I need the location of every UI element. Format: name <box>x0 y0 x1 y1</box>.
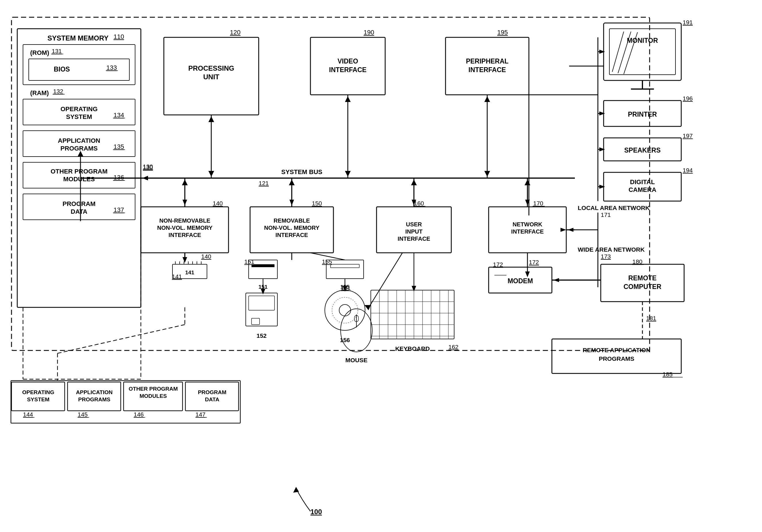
nrm-label3: INTERFACE <box>169 232 201 238</box>
vi-ref: 190 <box>364 29 374 36</box>
svg-rect-63 <box>249 296 274 310</box>
digicam-label2: CAMERA <box>629 186 656 193</box>
monitor-label: MONITOR <box>627 37 658 44</box>
svg-point-70 <box>325 290 365 330</box>
bap-label2: PROGRAMS <box>78 396 111 402</box>
bap-ref: 145 <box>78 411 88 418</box>
other-label: OTHER PROGRAM <box>50 168 108 175</box>
kb-ref: 162 <box>448 344 458 350</box>
pi-label: PERIPHERAL <box>466 57 508 65</box>
svg-rect-37 <box>609 29 675 75</box>
bos-label2: SYSTEM <box>27 396 49 402</box>
rap-ref: 185 <box>662 371 673 377</box>
svg-marker-24 <box>345 171 351 177</box>
prog-data-label2: DATA <box>71 208 87 215</box>
svg-marker-95 <box>364 305 371 310</box>
prog-data-ref: 137 <box>114 206 124 214</box>
speakers-ref: 197 <box>683 132 693 139</box>
ni-label2: INTERFACE <box>511 229 544 235</box>
rom-label: (ROM) <box>30 49 49 56</box>
svg-point-71 <box>339 304 351 316</box>
os-ref: 134 <box>114 111 124 119</box>
ni-label: NETWORK <box>512 221 542 228</box>
hdd-label-ref: 141 <box>172 273 182 280</box>
bpd-label2: DATA <box>205 396 219 402</box>
os-label: OPERATING <box>60 105 98 113</box>
svg-marker-66 <box>261 289 265 295</box>
system-memory-ref: 110 <box>114 33 124 40</box>
svg-marker-103 <box>599 111 605 115</box>
other-ref: 136 <box>114 174 124 181</box>
svg-marker-90 <box>412 286 416 292</box>
svg-marker-101 <box>599 50 605 54</box>
rm-label2: NON-VOL. MEMORY <box>264 225 320 231</box>
pi-ref: 195 <box>497 29 508 36</box>
printer-label: PRINTER <box>628 110 657 118</box>
svg-marker-23 <box>345 96 351 102</box>
cd-conn-ref: 155 <box>322 258 332 265</box>
vi-label2: INTERFACE <box>329 66 366 74</box>
speakers-label: SPEAKERS <box>624 147 661 154</box>
svg-point-72 <box>332 297 358 323</box>
monitor-ref: 191 <box>683 19 693 26</box>
rap-label2: PROGRAMS <box>599 355 634 362</box>
ui-label3: INTERFACE <box>398 235 430 242</box>
bos-ref: 144 <box>23 411 33 418</box>
pu-label: PROCESSING <box>188 64 234 72</box>
svg-rect-64 <box>252 318 260 325</box>
rom-ref: 131 <box>52 48 62 54</box>
bom-ref: 146 <box>134 411 144 418</box>
svg-marker-27 <box>484 171 490 177</box>
rm-label: REMOVABLE <box>274 218 310 224</box>
modem-conn-ref: 172 <box>529 259 539 265</box>
svg-rect-75 <box>371 290 454 339</box>
bom-label2: MODULES <box>140 393 167 399</box>
main-diagram: SYSTEM MEMORY 110 (ROM) 131 BIOS 133 (RA… <box>0 0 762 532</box>
ram-label: (RAM) <box>30 89 49 97</box>
bus-label: SYSTEM BUS <box>281 168 322 175</box>
bios-ref: 133 <box>106 64 117 71</box>
svg-marker-162 <box>183 257 187 263</box>
wan-ref: 173 <box>601 253 611 260</box>
wan-label: WIDE AREA NETWORK <box>578 246 645 253</box>
rm-ref: 150 <box>312 200 322 207</box>
bus-ref-130: 130 <box>143 163 153 170</box>
system-memory-label: SYSTEM MEMORY <box>47 34 109 42</box>
app-label2: PROGRAMS <box>60 145 98 152</box>
svg-marker-107 <box>599 185 605 189</box>
kb-label: KEYBOARD <box>395 345 430 352</box>
hdd-ref: 141 <box>185 269 194 276</box>
svg-marker-132 <box>142 176 148 180</box>
svg-rect-36 <box>604 23 681 81</box>
vi-label: VIDEO <box>338 57 358 65</box>
mouse-label: MOUSE <box>345 357 367 364</box>
bios-label: BIOS <box>54 65 70 73</box>
bpd-label: PROGRAM <box>198 389 226 395</box>
svg-marker-21 <box>208 171 214 177</box>
svg-marker-20 <box>208 116 214 122</box>
svg-marker-130 <box>293 487 299 493</box>
rc-conn-ref: 181 <box>646 315 656 321</box>
lan-label: LOCAL AREA NETWORK <box>578 205 649 211</box>
mouse-ref: 161 <box>341 284 351 291</box>
svg-line-128 <box>57 325 185 353</box>
lan-ref: 171 <box>601 211 611 218</box>
printer-ref: 196 <box>683 95 693 102</box>
svg-marker-135 <box>183 200 187 205</box>
svg-rect-68 <box>331 264 359 268</box>
diagram-ref: 100 <box>310 508 322 516</box>
rc-label2: COMPUTER <box>624 283 661 291</box>
floppy-ref: 152 <box>257 332 267 339</box>
app-label: APPLICATION <box>58 137 100 144</box>
pu-label2: UNIT <box>203 73 219 81</box>
digicam-ref: 194 <box>683 167 693 173</box>
svg-line-38 <box>612 32 624 72</box>
app-ref: 135 <box>114 143 124 150</box>
rc-label: REMOTE <box>628 274 656 282</box>
diagram-container: SYSTEM MEMORY 110 (ROM) 131 BIOS 133 (RA… <box>0 0 762 532</box>
hdd-ref2: 140 <box>201 253 211 260</box>
modem-ref: 172 <box>493 261 503 268</box>
bus-ref: 121 <box>259 180 269 186</box>
bpd-ref: 147 <box>195 411 205 418</box>
ui-label2: INPUT <box>405 229 422 235</box>
